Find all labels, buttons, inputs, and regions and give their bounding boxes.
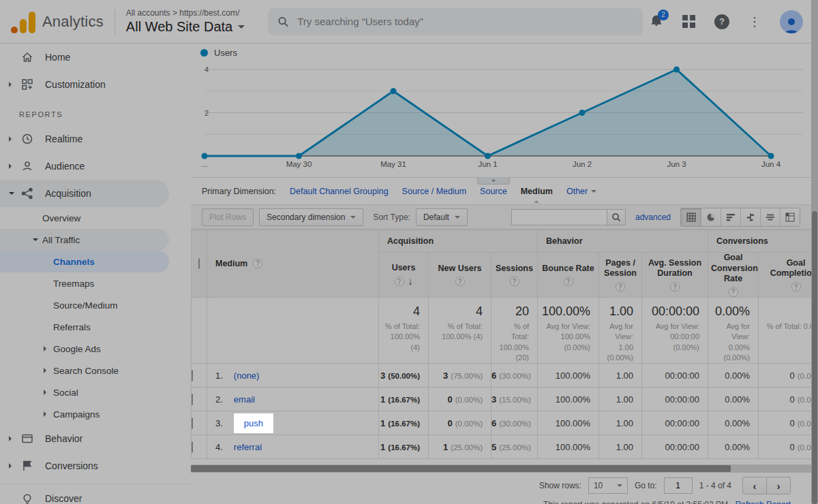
help-icon[interactable]: ? bbox=[455, 277, 465, 286]
view-term-cloud-button[interactable] bbox=[760, 208, 780, 226]
help-icon[interactable]: ? bbox=[616, 282, 625, 292]
more-menu-button[interactable]: ⋮ bbox=[748, 16, 761, 28]
new-users-column-header[interactable]: New Users ? bbox=[429, 253, 491, 298]
medium-column-header[interactable]: Medium ? bbox=[207, 230, 379, 298]
top-header: Analytics All accounts > https://best.co… bbox=[0, 0, 818, 44]
property-selector[interactable]: All Web Site Data bbox=[126, 19, 245, 35]
search-input[interactable] bbox=[297, 16, 633, 27]
cell-bounce-rate: 100.00% bbox=[538, 388, 599, 411]
analytics-logo-icon[interactable] bbox=[11, 10, 35, 33]
sidebar-item-treemaps[interactable]: Treemaps bbox=[0, 272, 191, 294]
sidebar-item-realtime[interactable]: Realtime bbox=[0, 125, 191, 153]
tab-source[interactable]: Source bbox=[480, 187, 507, 196]
sidebar-item-overview[interactable]: Overview bbox=[0, 207, 191, 229]
apps-grid-icon[interactable] bbox=[682, 15, 695, 28]
view-toggle-group bbox=[680, 208, 800, 227]
view-pivot-button[interactable] bbox=[780, 208, 800, 226]
users-column-header[interactable]: Users ? ↓ bbox=[379, 253, 429, 298]
notifications-button[interactable]: 2 bbox=[650, 14, 663, 30]
row-checkbox[interactable] bbox=[192, 394, 193, 405]
row-number: 2. bbox=[215, 394, 223, 405]
total-goal-completions: 0 % of Total: 0.00% (0) bbox=[759, 297, 811, 364]
sidebar-item-social[interactable]: Social bbox=[0, 381, 191, 403]
cell-avg-duration: 00:00:00 bbox=[642, 435, 708, 459]
row-checkbox[interactable] bbox=[192, 418, 193, 429]
sidebar-item-customization[interactable]: Customization bbox=[0, 71, 191, 98]
view-percentage-button[interactable] bbox=[701, 208, 721, 226]
goal-completions-column-header[interactable]: Goal Completions ? bbox=[759, 253, 811, 298]
medium-link[interactable]: (none) bbox=[234, 371, 260, 381]
help-button[interactable]: ? bbox=[714, 14, 729, 29]
row-checkbox[interactable] bbox=[192, 441, 193, 453]
total-avg-duration: 00:00:00 Avg for View: 00:00:00 (0.00%) bbox=[642, 297, 708, 364]
tab-other[interactable]: Other bbox=[566, 187, 596, 196]
global-search[interactable] bbox=[268, 8, 643, 35]
breadcrumb[interactable]: All accounts > https://best.com/ bbox=[126, 8, 245, 18]
medium-link[interactable]: push bbox=[244, 418, 263, 428]
sidebar-item-discover[interactable]: Discover bbox=[0, 488, 191, 504]
goto-page-input[interactable] bbox=[664, 477, 693, 494]
advanced-link[interactable]: advanced bbox=[635, 212, 671, 222]
help-icon[interactable]: ? bbox=[510, 277, 519, 286]
sidebar-item-google-ads[interactable]: Google Ads bbox=[0, 338, 191, 360]
help-icon[interactable]: ? bbox=[253, 259, 262, 268]
select-all-checkbox[interactable] bbox=[198, 258, 200, 269]
sidebar-item-all-traffic[interactable]: All Traffic bbox=[0, 229, 169, 251]
table-row: 1.(none)3(50.00%)3(75.00%)6(30.00%)100.0… bbox=[192, 364, 812, 388]
primary-dimension-label: Primary Dimension: bbox=[202, 187, 276, 196]
sidebar-item-source-medium[interactable]: Source/Medium bbox=[0, 294, 191, 316]
chevron-down-icon bbox=[591, 190, 596, 195]
sidebar-item-home[interactable]: Home bbox=[0, 44, 191, 71]
help-icon[interactable]: ? bbox=[670, 282, 680, 292]
avg-duration-column-header[interactable]: Avg. Session Duration ? bbox=[642, 253, 708, 298]
sidebar-item-behavior[interactable]: Behavior bbox=[0, 425, 191, 452]
chevron-down-icon bbox=[350, 216, 356, 221]
sidebar-item-conversions[interactable]: Conversions bbox=[0, 452, 191, 479]
sidebar-item-acquisition[interactable]: Acquisition bbox=[0, 180, 169, 207]
sidebar-item-referrals[interactable]: Referrals bbox=[0, 316, 191, 338]
row-checkbox[interactable] bbox=[192, 370, 193, 381]
sessions-column-header[interactable]: Sessions ? bbox=[491, 253, 538, 298]
view-table-button[interactable] bbox=[681, 208, 701, 226]
horizontal-scrollbar-thumb[interactable] bbox=[191, 465, 731, 472]
chart-collapse-tab[interactable] bbox=[477, 177, 510, 185]
view-performance-button[interactable] bbox=[721, 208, 740, 226]
goal-rate-column-header[interactable]: Goal Conversion Rate ? bbox=[708, 253, 759, 298]
plot-rows-button[interactable]: Plot Rows bbox=[202, 208, 254, 226]
help-icon[interactable]: ? bbox=[395, 277, 404, 286]
total-value: 20 bbox=[494, 304, 529, 319]
help-icon[interactable]: ? bbox=[729, 287, 738, 297]
sidebar-item-campaigns[interactable]: Campaigns bbox=[0, 403, 191, 425]
horizontal-scrollbar[interactable] bbox=[191, 464, 811, 473]
avatar[interactable] bbox=[780, 10, 803, 33]
sidebar-item-label: Search Console bbox=[53, 366, 119, 376]
help-icon[interactable]: ? bbox=[564, 277, 573, 286]
sidebar-item-audience[interactable]: Audience bbox=[0, 153, 191, 180]
prev-page-button[interactable]: ‹ bbox=[742, 477, 767, 494]
sort-type-label: Sort Type: bbox=[373, 212, 410, 222]
legend-label: Users bbox=[214, 48, 237, 58]
medium-link[interactable]: email bbox=[234, 394, 255, 405]
secondary-dimension-button[interactable]: Secondary dimension bbox=[259, 208, 363, 226]
table-search-button[interactable] bbox=[607, 209, 626, 225]
pages-session-column-header[interactable]: Pages / Session ? bbox=[599, 253, 642, 298]
pivot-table-icon bbox=[785, 212, 795, 222]
show-rows-select[interactable]: 10 bbox=[588, 477, 628, 494]
total-sub: % of Total: 100.00% (4) bbox=[431, 321, 483, 343]
help-icon[interactable]: ? bbox=[791, 282, 801, 292]
tab-source-medium[interactable]: Source / Medium bbox=[402, 187, 466, 196]
tab-default-channel-grouping[interactable]: Default Channel Grouping bbox=[290, 187, 389, 196]
sort-type-button[interactable]: Default bbox=[416, 208, 468, 226]
sort-type-value: Default bbox=[423, 212, 449, 222]
tab-medium-active[interactable]: Medium bbox=[521, 187, 553, 196]
medium-link[interactable]: referral bbox=[234, 442, 262, 452]
next-page-button[interactable]: › bbox=[766, 477, 791, 494]
refresh-report-link[interactable]: Refresh Report bbox=[736, 500, 791, 504]
vertical-scrollbar[interactable] bbox=[811, 0, 818, 504]
vertical-scrollbar-thumb[interactable] bbox=[812, 211, 817, 504]
view-comparison-button[interactable] bbox=[740, 208, 760, 226]
sidebar-item-channels[interactable]: Channels bbox=[0, 251, 169, 272]
bounce-rate-column-header[interactable]: Bounce Rate ? bbox=[538, 253, 599, 298]
sidebar-item-search-console[interactable]: Search Console bbox=[0, 360, 191, 381]
table-search-input[interactable] bbox=[511, 209, 607, 225]
